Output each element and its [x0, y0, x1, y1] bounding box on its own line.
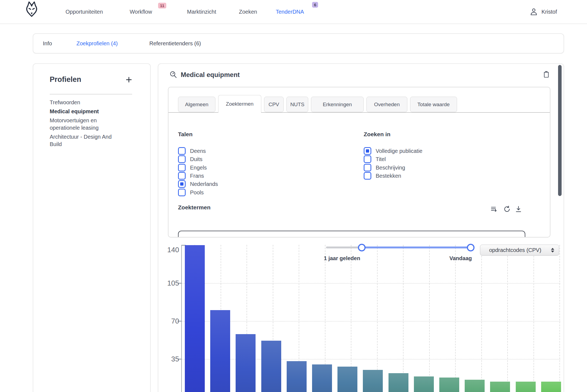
top-nav: Opportuniteiten Workflow 11 Marktinzicht…	[0, 0, 587, 24]
checkbox[interactable]	[178, 155, 186, 163]
tab-info[interactable]: Info	[43, 34, 52, 53]
nav-label: Marktinzicht	[187, 9, 216, 15]
vertical-gridline	[429, 245, 430, 392]
chart-bar[interactable]	[516, 382, 536, 392]
profile-item-architectuur[interactable]: Architectuur - Design And Build	[50, 133, 121, 148]
checkbox-label: Volledige publicatie	[376, 147, 422, 155]
select-up-down-arrows-icon	[549, 248, 557, 253]
chart-bar[interactable]	[363, 370, 383, 392]
tab-zoektermen[interactable]: Zoektermen	[218, 95, 261, 113]
nav-item-opportuniteiten[interactable]: Opportuniteiten	[66, 0, 103, 23]
nav-label: TenderDNA	[276, 9, 304, 15]
checkbox-label: Duits	[190, 155, 203, 163]
checkbox[interactable]	[364, 155, 371, 163]
checkbox-label: Nederlands	[190, 180, 218, 188]
tab-totale-waarde[interactable]: Totale waarde	[410, 97, 457, 112]
horizontal-gridline	[182, 321, 560, 322]
checkbox[interactable]	[364, 147, 371, 155]
chart-bar[interactable]	[210, 310, 230, 392]
grouping-select[interactable]: opdrachtcodes (CPV)	[480, 245, 559, 256]
talen-heading: Talen	[178, 131, 192, 138]
profile-search-icon	[169, 70, 177, 79]
tab-nuts[interactable]: NUTS	[286, 97, 308, 112]
checkbox-label: Frans	[190, 172, 204, 180]
chart-bar[interactable]	[337, 367, 357, 392]
zoektermen-heading: Zoektermen	[178, 204, 211, 211]
slider-handle-start[interactable]	[358, 244, 366, 251]
nav-item-tenderdna[interactable]: TenderDNA 6	[276, 0, 304, 23]
add-profile-button[interactable]	[124, 75, 134, 85]
panel-scrollbar-thumb[interactable]	[558, 65, 562, 196]
vertical-gridline	[403, 245, 404, 392]
checkbox[interactable]	[178, 189, 186, 196]
chart-bar[interactable]	[439, 378, 459, 392]
tab-referentietenders[interactable]: Referentietenders (6)	[149, 34, 201, 53]
chart-bar[interactable]	[490, 382, 510, 392]
chart-bar[interactable]	[465, 380, 485, 392]
vertical-gridline	[481, 245, 482, 392]
y-axis-line	[181, 245, 182, 392]
slider-start-label: 1 jaar geleden	[324, 255, 360, 262]
download-icon[interactable]	[515, 205, 522, 213]
checkbox-label: Engels	[190, 164, 207, 171]
chart-bar[interactable]	[414, 376, 434, 392]
add-terms-list-icon[interactable]	[490, 205, 498, 213]
grouping-select-value: opdrachtcodes (CPV)	[480, 247, 549, 253]
chart-bar[interactable]	[287, 361, 307, 392]
tab-algemeen[interactable]: Algemeen	[178, 97, 215, 112]
chart-bar[interactable]	[185, 245, 205, 392]
y-tick-label: 35	[158, 355, 179, 363]
page-tabbar: Info Zoekprofielen (4) Referentietenders…	[33, 33, 564, 54]
slider-track-active[interactable]	[362, 247, 471, 248]
nav-label: Opportuniteiten	[66, 9, 103, 15]
wolf-logo-icon[interactable]	[24, 1, 39, 17]
user-menu[interactable]: Kristof	[529, 0, 557, 23]
delete-profile-button[interactable]	[542, 70, 550, 78]
vertical-gridline	[507, 245, 508, 392]
profile-item-trefwoorden[interactable]: Trefwoorden	[50, 99, 121, 106]
page: Opportuniteiten Workflow 11 Marktinzicht…	[0, 0, 587, 392]
checkbox[interactable]	[364, 164, 371, 171]
nav-item-workflow[interactable]: Workflow 11	[130, 0, 152, 23]
nav-label: Workflow	[130, 9, 152, 15]
horizontal-gridline	[182, 283, 560, 284]
slider-track-inactive[interactable]	[326, 247, 363, 248]
cpv-bar-chart: 3570105140 1 jaar geleden Vandaag opdrac…	[158, 240, 562, 392]
chart-bar[interactable]	[236, 334, 256, 392]
nav-label: Zoeken	[239, 9, 257, 15]
chart-bar[interactable]	[541, 382, 561, 392]
nav-item-zoeken[interactable]: Zoeken	[239, 0, 257, 23]
checkbox[interactable]	[178, 164, 186, 171]
checkbox-label: Pools	[190, 189, 204, 196]
profile-item-medical-equipment[interactable]: Medical equipment	[50, 108, 121, 115]
refresh-icon[interactable]	[503, 205, 511, 213]
zoeken-in-heading: Zoeken in	[364, 131, 390, 138]
slider-handle-end[interactable]	[467, 244, 475, 251]
checkbox[interactable]	[178, 172, 186, 180]
tab-zoekprofielen[interactable]: Zoekprofielen (4)	[76, 34, 118, 53]
tab-cpv[interactable]: CPV	[264, 97, 284, 112]
profile-list: Trefwoorden Medical equipment Motorvoert…	[50, 99, 121, 150]
user-icon	[529, 7, 538, 16]
chart-bar[interactable]	[389, 373, 408, 392]
tab-erkenningen[interactable]: Erkenningen	[311, 97, 364, 112]
zoektermen-input[interactable]	[178, 231, 525, 237]
tab-overheden[interactable]: Overheden	[366, 97, 407, 112]
y-tick-label: 105	[158, 279, 179, 287]
chart-bar[interactable]	[312, 364, 332, 392]
slider-end-label: Vandaag	[449, 255, 472, 262]
sidebar-divider	[50, 94, 132, 94]
checkbox-label: Titel	[376, 155, 386, 163]
profile-settings-card: Algemeen Zoektermen CPV NUTS Erkenningen…	[168, 87, 550, 237]
checkbox[interactable]	[364, 172, 371, 180]
checkbox[interactable]	[178, 147, 186, 155]
checkbox[interactable]	[178, 180, 186, 188]
y-tick-label: 70	[158, 317, 179, 325]
checkbox-label: Deens	[190, 147, 206, 155]
nav-item-marktinzicht[interactable]: Marktinzicht	[187, 0, 216, 23]
checkbox-label: Beschrijving	[376, 164, 405, 171]
user-name: Kristof	[541, 9, 557, 15]
chart-bar[interactable]	[261, 341, 281, 392]
profiles-sidebar: Profielen Trefwoorden Medical equipment …	[33, 63, 151, 392]
profile-item-motorvoertuigen[interactable]: Motorvoertuigen en operationele leasing	[50, 117, 121, 132]
